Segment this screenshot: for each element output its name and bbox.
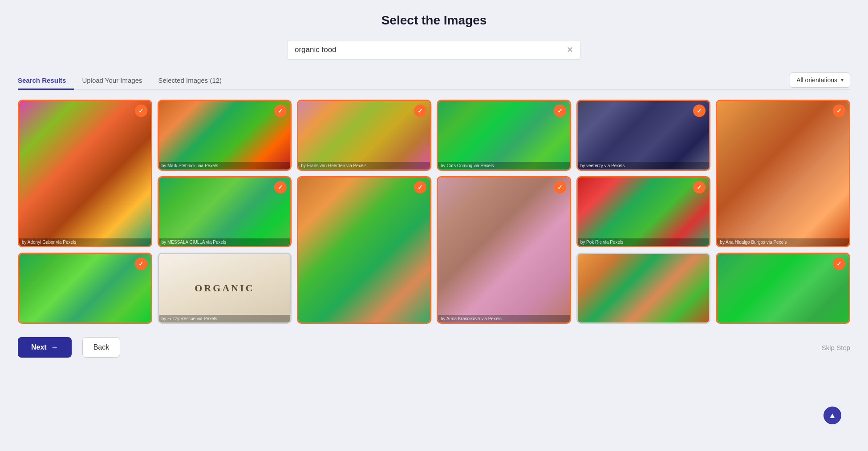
attribution-2: by Mark Stebnicki via Pexels bbox=[159, 162, 291, 169]
image-card-11[interactable]: ✓ bbox=[18, 253, 152, 324]
scroll-top-button[interactable]: ▲ bbox=[823, 407, 841, 424]
image-card-4[interactable]: ✓ by Cats Coming via Pexels bbox=[437, 100, 571, 171]
tab-selected-images[interactable]: Selected Images (12) bbox=[158, 72, 230, 90]
selected-badge-3: ✓ bbox=[414, 105, 426, 117]
attribution-12: by Fuzzy Rescue via Pexels bbox=[159, 315, 291, 322]
attribution-5: by veeterzy via Pexels bbox=[578, 162, 710, 169]
attribution-7: by MESSALA CIULLA via Pexels bbox=[159, 238, 291, 246]
attribution-10: by Pok Rie via Pexels bbox=[578, 238, 710, 246]
selected-badge-11: ✓ bbox=[135, 258, 147, 270]
tab-search-results[interactable]: Search Results bbox=[18, 72, 74, 90]
selected-badge-14: ✓ bbox=[833, 258, 845, 270]
image-card-12[interactable]: ORGANIC by Fuzzy Rescue via Pexels bbox=[158, 253, 292, 324]
bottom-bar: Next → Back Skip Step bbox=[18, 337, 850, 358]
search-bar: organic food ✕ bbox=[287, 40, 581, 60]
image-card-9[interactable]: ✓ by Arina Krasnikova via Pexels bbox=[437, 176, 571, 324]
next-arrow-icon: → bbox=[51, 343, 58, 351]
tab-upload-images[interactable]: Upload Your Images bbox=[82, 72, 150, 90]
image-card-3[interactable]: ✓ by Frans van Heerden via Pexels bbox=[297, 100, 431, 171]
image-card-14[interactable]: ✓ bbox=[716, 253, 850, 324]
back-button[interactable]: Back bbox=[82, 337, 121, 358]
orientation-label: All orientations bbox=[796, 77, 837, 84]
image-card-2[interactable]: ✓ by Mark Stebnicki via Pexels bbox=[158, 100, 292, 171]
selected-badge-8: ✓ bbox=[414, 181, 426, 193]
image-card-6[interactable]: ✓ by Ana Hidalgo Burgos via Pexels bbox=[716, 100, 850, 247]
selected-badge-4: ✓ bbox=[554, 105, 566, 117]
tabs-left: Search Results Upload Your Images Select… bbox=[18, 72, 238, 89]
attribution-9: by Arina Krasnikova via Pexels bbox=[438, 315, 570, 322]
selected-badge-6: ✓ bbox=[833, 105, 845, 117]
image-card-5[interactable]: ✓ by veeterzy via Pexels bbox=[576, 100, 711, 171]
image-card-13[interactable] bbox=[576, 253, 711, 324]
page-title: Select the Images bbox=[18, 13, 850, 28]
skip-step-link[interactable]: Skip Step bbox=[822, 344, 850, 351]
attribution-3: by Frans van Heerden via Pexels bbox=[298, 162, 430, 169]
next-button[interactable]: Next → bbox=[18, 337, 72, 358]
clear-search-icon[interactable]: ✕ bbox=[567, 45, 573, 55]
attribution-1: by Adonyi Gabor via Pexels bbox=[19, 238, 151, 246]
orientation-dropdown[interactable]: All orientations ▾ bbox=[790, 72, 850, 88]
image-card-10[interactable]: ✓ by Pok Rie via Pexels bbox=[576, 176, 711, 247]
image-grid: ✓ by Adonyi Gabor via Pexels ✓ by Mark S… bbox=[18, 100, 850, 324]
selected-badge-1: ✓ bbox=[135, 105, 147, 117]
selected-badge-9: ✓ bbox=[554, 181, 566, 193]
image-card-8[interactable]: ✓ bbox=[297, 176, 431, 324]
image-card-7[interactable]: ✓ by MESSALA CIULLA via Pexels bbox=[158, 176, 292, 247]
search-input[interactable]: organic food bbox=[295, 45, 567, 54]
tabs-row: Search Results Upload Your Images Select… bbox=[18, 72, 850, 90]
attribution-4: by Cats Coming via Pexels bbox=[438, 162, 570, 169]
image-card-1[interactable]: ✓ by Adonyi Gabor via Pexels bbox=[18, 100, 152, 247]
attribution-6: by Ana Hidalgo Burgos via Pexels bbox=[717, 238, 849, 246]
chevron-down-icon: ▾ bbox=[841, 77, 844, 83]
